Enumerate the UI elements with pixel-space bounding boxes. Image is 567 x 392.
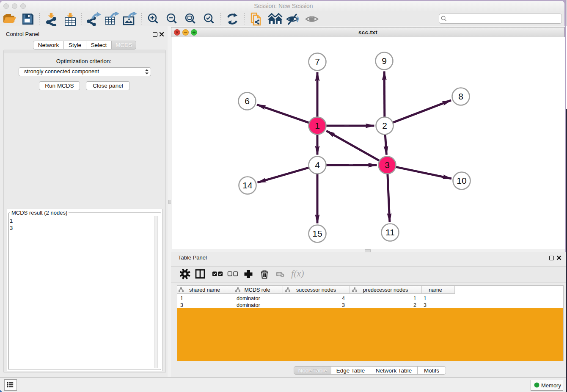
svg-text:3: 3 <box>385 160 390 170</box>
svg-text:4: 4 <box>315 160 320 170</box>
svg-text:15: 15 <box>312 229 322 238</box>
svg-text:7: 7 <box>315 57 320 66</box>
svg-text:9: 9 <box>382 56 387 66</box>
svg-text:14: 14 <box>242 180 253 190</box>
svg-text:8: 8 <box>458 91 463 101</box>
svg-text:1: 1 <box>315 121 320 130</box>
svg-text:10: 10 <box>457 176 466 185</box>
svg-text:2: 2 <box>382 121 387 130</box>
svg-text:6: 6 <box>245 96 250 106</box>
svg-text:11: 11 <box>385 227 395 237</box>
